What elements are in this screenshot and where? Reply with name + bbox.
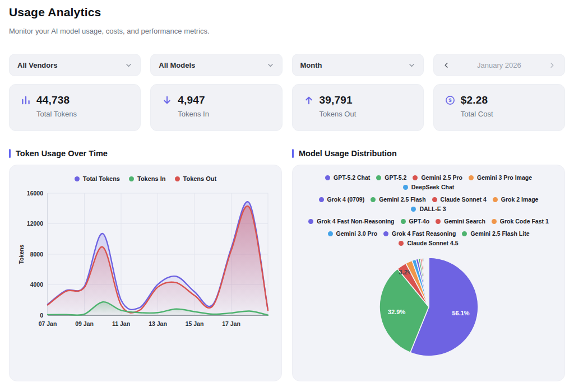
- stat-card-total-tokens: 44,738 Total Tokens: [9, 84, 141, 131]
- legend-label: Grok 4 Fast Non-Reasoning: [317, 218, 394, 225]
- svg-text:8000: 8000: [30, 251, 44, 258]
- svg-text:13 Jan: 13 Jan: [149, 320, 167, 327]
- legend-item-grok-2-image[interactable]: Grok 2 Image: [493, 196, 539, 203]
- month-navigator: January 2026: [433, 54, 565, 76]
- legend-item-gemini-2-5-pro[interactable]: Gemini 2.5 Pro: [413, 174, 462, 181]
- legend-item-gpt-4o[interactable]: GPT-4o: [401, 218, 430, 225]
- legend-label: DeepSeek Chat: [411, 184, 454, 190]
- legend-dot-icon: [371, 197, 376, 202]
- chevron-down-icon: [125, 62, 132, 69]
- vendor-select-value: All Vendors: [17, 61, 58, 69]
- legend-dot-icon: [493, 197, 498, 202]
- legend-item-gemini-2-5-flash[interactable]: Gemini 2.5 Flash: [371, 196, 425, 203]
- svg-text:17 Jan: 17 Jan: [222, 320, 240, 327]
- svg-text:15 Jan: 15 Jan: [186, 320, 204, 327]
- model-select-value: All Models: [159, 61, 195, 69]
- model-select[interactable]: All Models: [150, 54, 282, 76]
- legend-dot-icon: [325, 175, 330, 180]
- pie-slice-claude-sonnet-4-5[interactable]: [428, 258, 429, 307]
- stat-value: 44,738: [36, 94, 70, 106]
- pie-chart: 56.1%32.9%3.2%: [364, 254, 493, 360]
- legend-item-grok-4-fast-reasoning[interactable]: Grok 4 Fast Reasoning: [383, 230, 456, 237]
- pie-chart-card: GPT-5.2 ChatGPT-5.2Gemini 2.5 ProGemini …: [292, 165, 565, 381]
- period-select[interactable]: Month: [292, 54, 424, 76]
- legend-dot-icon: [462, 231, 467, 236]
- pie-slice-label: 56.1%: [452, 310, 469, 316]
- svg-text:07 Jan: 07 Jan: [39, 320, 57, 327]
- legend-item-grok-code-fast-1[interactable]: Grok Code Fast 1: [492, 218, 549, 225]
- legend-dot-icon: [129, 176, 134, 181]
- usage-analytics-page: Usage Analytics Monitor your AI model us…: [0, 0, 574, 387]
- svg-text:Tokens: Tokens: [18, 244, 25, 264]
- legend-item-tokens-out[interactable]: Tokens Out: [175, 175, 217, 182]
- legend-item-gemini-search[interactable]: Gemini Search: [436, 218, 485, 225]
- vendor-select[interactable]: All Vendors: [9, 54, 141, 76]
- legend-label: Grok 2 Image: [501, 196, 539, 203]
- chevron-down-icon: [408, 62, 415, 69]
- chevron-right-icon: [548, 62, 556, 69]
- legend-dot-icon: [401, 219, 406, 224]
- legend-label: Grok 4 Fast Reasoning: [392, 230, 456, 237]
- legend-item-gpt-5-2-chat[interactable]: GPT-5.2 Chat: [325, 174, 370, 181]
- legend-dot-icon: [75, 176, 80, 181]
- svg-text:12000: 12000: [27, 220, 43, 227]
- stat-value: 4,947: [178, 94, 205, 106]
- legend-item-gemini-3-pro-image[interactable]: Gemini 3 Pro Image: [469, 174, 532, 181]
- legend-item-tokens-in[interactable]: Tokens In: [129, 175, 166, 182]
- legend-label: Gemini 2.5 Flash Lite: [470, 230, 529, 237]
- legend-dot-icon: [376, 175, 381, 180]
- month-navigator-value: January 2026: [477, 61, 521, 69]
- legend-item-deepseek-chat[interactable]: DeepSeek Chat: [403, 184, 454, 190]
- legend-label: Claude Sonnet 4: [441, 196, 487, 203]
- period-select-value: Month: [300, 61, 322, 69]
- section-titles: Token Usage Over Time Model Usage Distri…: [9, 149, 565, 158]
- legend-dot-icon: [399, 241, 404, 246]
- arrow-down-icon: [162, 95, 172, 105]
- legend-label: GPT-4o: [409, 218, 430, 225]
- stat-card-tokens-out: 39,791 Tokens Out: [292, 84, 424, 131]
- pie-slice-label: 32.9%: [387, 309, 405, 315]
- legend-label: Tokens In: [137, 175, 166, 182]
- stat-value: $2.28: [461, 94, 488, 106]
- chevron-left-icon: [443, 62, 450, 69]
- svg-text:0: 0: [40, 312, 43, 319]
- chevron-down-icon: [267, 62, 274, 69]
- legend-dot-icon: [413, 175, 418, 180]
- legend-item-total-tokens[interactable]: Total Tokens: [75, 175, 120, 182]
- section-title-token-usage: Token Usage Over Time: [9, 149, 282, 158]
- legend-item-claude-sonnet-4[interactable]: Claude Sonnet 4: [432, 196, 487, 203]
- legend-item-grok-4-fast-non-reasoning[interactable]: Grok 4 Fast Non-Reasoning: [308, 218, 394, 225]
- accent-bar: [9, 149, 11, 158]
- legend-dot-icon: [403, 185, 408, 190]
- stat-value: 39,791: [320, 94, 353, 106]
- legend-label: Grok Code Fast 1: [500, 218, 549, 225]
- legend-label: Gemini 3 Pro Image: [477, 174, 532, 181]
- charts-row: Total TokensTokens InTokens Out 04000800…: [9, 165, 565, 381]
- svg-text:11 Jan: 11 Jan: [112, 320, 130, 327]
- svg-text:4000: 4000: [30, 281, 44, 288]
- legend-item-claude-sonnet-4-5[interactable]: Claude Sonnet 4.5: [399, 240, 458, 246]
- next-month-button[interactable]: [544, 58, 559, 72]
- legend-label: GPT-5.2 Chat: [334, 174, 370, 181]
- legend-item-grok-4-0709-[interactable]: Grok 4 (0709): [319, 196, 365, 203]
- page-header: Usage Analytics Monitor your AI model us…: [9, 6, 565, 35]
- bar-chart-icon: [21, 95, 31, 105]
- pie-chart-legend: GPT-5.2 ChatGPT-5.2Gemini 2.5 ProGemini …: [299, 174, 558, 246]
- legend-label: Tokens Out: [183, 175, 217, 182]
- legend-item-dall-e-3[interactable]: DALL-E 3: [411, 206, 446, 212]
- legend-item-gemini-3-0-pro[interactable]: Gemini 3.0 Pro: [328, 230, 378, 237]
- svg-text:$: $: [448, 97, 452, 103]
- legend-label: Total Tokens: [83, 175, 120, 182]
- stat-card-total-cost: $ $2.28 Total Cost: [433, 84, 565, 131]
- stat-label: Total Cost: [461, 110, 553, 118]
- legend-label: DALL-E 3: [419, 206, 446, 212]
- stats-row: 44,738 Total Tokens 4,947 Tokens In 39,7…: [9, 84, 565, 131]
- legend-dot-icon: [383, 231, 388, 236]
- legend-dot-icon: [308, 219, 313, 224]
- line-chart-legend: Total TokensTokens InTokens Out: [16, 175, 275, 182]
- legend-item-gemini-2-5-flash-lite[interactable]: Gemini 2.5 Flash Lite: [462, 230, 529, 237]
- legend-item-gpt-5-2[interactable]: GPT-5.2: [376, 174, 406, 181]
- legend-dot-icon: [328, 231, 333, 236]
- prev-month-button[interactable]: [439, 58, 454, 72]
- svg-text:09 Jan: 09 Jan: [75, 320, 94, 327]
